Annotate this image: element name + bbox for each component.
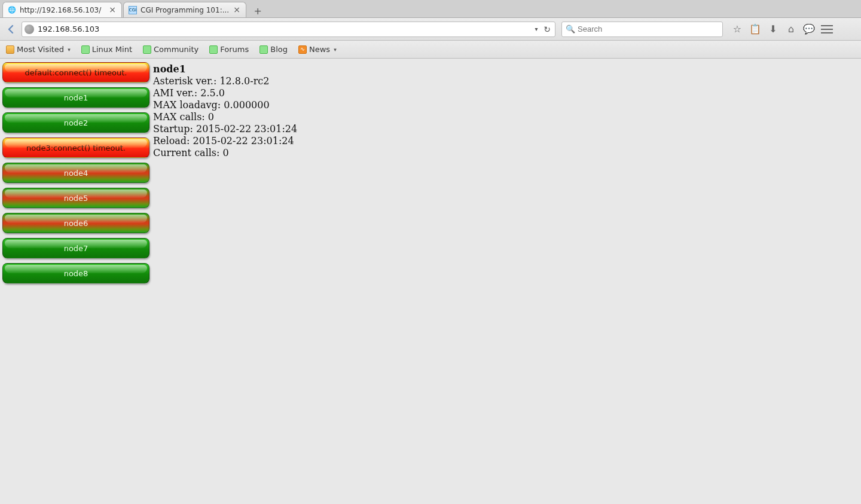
detail-reload-label: Reload: <box>153 135 193 146</box>
bookmark-label: Forums <box>220 45 249 54</box>
back-icon <box>7 25 16 34</box>
detail-asterisk-value: 12.8.0-rc2 <box>219 75 269 87</box>
node-button-1[interactable]: node1 <box>2 87 149 108</box>
url-text[interactable]: 192.168.56.103 <box>38 25 532 33</box>
search-box[interactable]: 🔍 <box>561 22 723 37</box>
bookmark-star-icon[interactable]: ☆ <box>731 23 743 35</box>
toolbar-icons: ☆ 📋 ⬇ ⌂ 💬 <box>731 23 833 35</box>
mint-icon <box>209 45 218 54</box>
bookmark-linux-mint[interactable]: Linux Mint <box>79 44 135 55</box>
node-label: node1 <box>64 93 88 102</box>
tab-title: http://192.168.56.103/ <box>20 6 105 14</box>
node-label: node2 <box>64 118 88 127</box>
node-sidebar: default:connect() timeout.node1node2node… <box>0 59 152 504</box>
downloads-icon[interactable]: ⬇ <box>767 23 779 35</box>
bookmark-most-visited[interactable]: Most Visited ▾ <box>4 44 73 55</box>
close-icon[interactable]: × <box>233 6 241 14</box>
detail-ami-value: 2.5.0 <box>200 87 225 99</box>
globe-icon <box>25 25 34 34</box>
back-button[interactable] <box>4 22 19 37</box>
tab-title: CGI Programming 101:... <box>141 6 229 14</box>
detail-loadavg-value: 0.000000 <box>224 99 269 111</box>
rss-icon: ∿ <box>298 45 307 54</box>
new-tab-button[interactable]: + <box>250 4 265 17</box>
chevron-down-icon: ▾ <box>68 47 71 53</box>
mint-icon <box>259 45 268 54</box>
node-label: node8 <box>64 269 88 278</box>
cgi-icon: CGI <box>129 6 137 14</box>
detail-current-value: 0 <box>223 147 229 158</box>
globe-icon: 🌐 <box>8 6 16 14</box>
node-label: node3:connect() timeout. <box>26 143 126 152</box>
folder-icon <box>6 45 14 54</box>
node-button-0[interactable]: default:connect() timeout. <box>2 62 149 83</box>
page-content: default:connect() timeout.node1node2node… <box>0 59 861 504</box>
node-button-2[interactable]: node2 <box>2 112 149 133</box>
node-button-8[interactable]: node8 <box>2 263 149 283</box>
detail-current-label: Current calls: <box>153 147 223 158</box>
node-button-5[interactable]: node5 <box>2 188 149 208</box>
node-label: node4 <box>64 169 88 178</box>
detail-maxcalls-value: 0 <box>208 111 214 123</box>
detail-reload-value: 2015-02-22 23:01:24 <box>193 135 294 146</box>
bookmark-blog[interactable]: Blog <box>257 44 290 55</box>
bookmark-forums[interactable]: Forums <box>207 44 251 55</box>
bookmark-news[interactable]: ∿ News ▾ <box>296 44 339 55</box>
node-label: node5 <box>64 194 88 203</box>
close-icon[interactable]: × <box>108 6 117 14</box>
node-label: node7 <box>64 244 88 253</box>
node-button-3[interactable]: node3:connect() timeout. <box>2 138 149 158</box>
reload-button[interactable]: ↻ <box>542 25 552 34</box>
mint-icon <box>81 45 90 54</box>
bookmark-label: Linux Mint <box>92 45 132 54</box>
search-input[interactable] <box>578 25 719 33</box>
detail-ami-label: AMI ver.: <box>153 87 200 99</box>
detail-startup-value: 2015-02-22 23:01:24 <box>196 123 297 135</box>
bookmark-label: News <box>309 45 330 54</box>
bookmark-community[interactable]: Community <box>141 44 201 55</box>
node-label: default:connect() timeout. <box>25 68 127 77</box>
detail-asterisk-label: Asterisk ver.: <box>153 75 219 87</box>
node-label: node6 <box>64 219 88 228</box>
menu-icon[interactable] <box>821 25 833 33</box>
bookmark-label: Most Visited <box>17 45 64 54</box>
chevron-down-icon[interactable]: ▾ <box>532 26 541 32</box>
address-bar[interactable]: 192.168.56.103 ▾ ↻ <box>22 22 555 37</box>
bookmarks-bar: Most Visited ▾ Linux Mint Community Foru… <box>0 41 861 59</box>
home-icon[interactable]: ⌂ <box>785 23 797 35</box>
tab-strip: 🌐 http://192.168.56.103/ × CGI CGI Progr… <box>0 0 861 18</box>
detail-title: node1 <box>153 63 186 75</box>
bookmark-label: Blog <box>270 45 288 54</box>
node-button-4[interactable]: node4 <box>2 163 149 183</box>
search-icon: 🔍 <box>566 25 575 33</box>
mint-icon <box>143 45 151 54</box>
node-button-7[interactable]: node7 <box>2 238 149 258</box>
detail-loadavg-label: MAX loadavg: <box>153 99 224 111</box>
browser-tab-1[interactable]: CGI CGI Programming 101:... × <box>123 2 246 17</box>
bookmark-label: Community <box>154 45 199 54</box>
detail-startup-label: Startup: <box>153 123 196 135</box>
clipboard-icon[interactable]: 📋 <box>749 23 761 35</box>
chevron-down-icon: ▾ <box>334 47 337 53</box>
navbar: 192.168.56.103 ▾ ↻ 🔍 ☆ 📋 ⬇ ⌂ 💬 <box>0 18 861 41</box>
node-button-6[interactable]: node6 <box>2 213 149 233</box>
browser-tab-0[interactable]: 🌐 http://192.168.56.103/ × <box>2 2 122 17</box>
detail-maxcalls-label: MAX calls: <box>153 111 208 123</box>
node-detail: node1 Asterisk ver.: 12.8.0-rc2 AMI ver.… <box>152 59 300 504</box>
chat-icon[interactable]: 💬 <box>803 23 815 35</box>
